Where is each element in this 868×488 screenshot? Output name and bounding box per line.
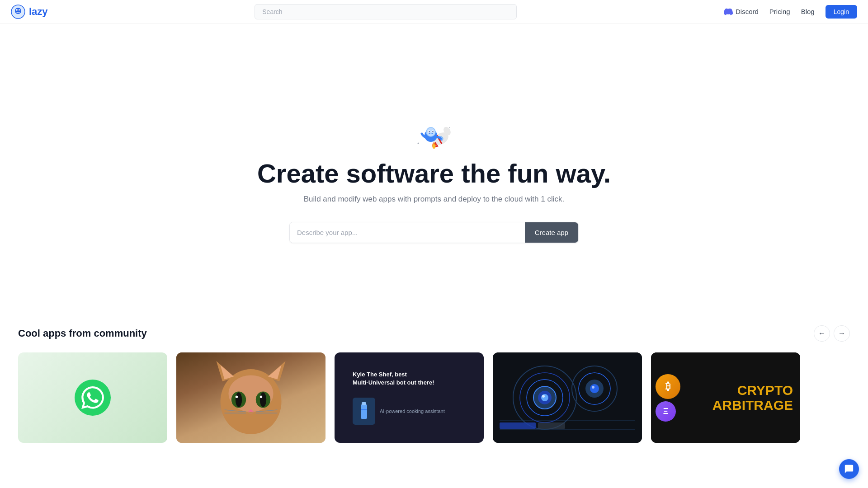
svg-point-49 [542, 395, 545, 398]
svg-point-19 [432, 131, 433, 132]
hero-section: Create software the fun way. Build and m… [0, 0, 868, 325]
svg-point-31 [260, 392, 266, 407]
blog-label: Blog [801, 8, 815, 15]
svg-point-53 [590, 384, 599, 393]
svg-point-48 [541, 394, 548, 401]
svg-point-20 [418, 142, 419, 144]
card-3-title: Kyle The Shef, bestMulti-Universal bot o… [353, 371, 466, 387]
svg-point-5 [19, 9, 20, 10]
carousel-next-button[interactable]: → [834, 325, 850, 342]
lazy-logo-icon [11, 5, 25, 19]
chat-icon [844, 464, 854, 474]
svg-rect-57 [500, 422, 536, 429]
cat-illustration [210, 357, 292, 438]
main-content: Create software the fun way. Build and m… [0, 0, 868, 461]
svg-rect-41 [361, 409, 367, 410]
hero-subtitle: Build and modify web apps with prompts a… [304, 195, 564, 204]
svg-point-33 [260, 396, 262, 398]
community-card-4[interactable] [493, 352, 642, 443]
community-card-5[interactable]: ₿ Ξ CRYPTOARBITRAGE [651, 352, 800, 443]
community-card-3[interactable]: Kyle The Shef, bestMulti-Universal bot o… [335, 352, 484, 443]
svg-point-15 [426, 127, 435, 136]
search-input[interactable] [255, 4, 517, 19]
navbar: lazy Discord Pricing Blog Login [0, 0, 868, 23]
data-viz-illustration [500, 352, 635, 443]
community-section: Cool apps from community ← → [0, 325, 868, 461]
svg-point-21 [449, 127, 450, 128]
app-create-bar: Create app [289, 222, 579, 243]
search-bar [255, 4, 517, 19]
community-header: Cool apps from community ← → [18, 325, 850, 342]
hero-title: Create software the fun way. [257, 159, 611, 188]
pricing-label: Pricing [769, 8, 790, 15]
discord-link[interactable]: Discord [724, 7, 759, 16]
community-card-2[interactable] [176, 352, 326, 443]
svg-rect-58 [538, 422, 565, 429]
logo[interactable]: lazy [11, 5, 48, 19]
blog-link[interactable]: Blog [801, 8, 815, 15]
login-button[interactable]: Login [826, 5, 857, 19]
carousel-controls: ← → [814, 325, 850, 342]
pricing-link[interactable]: Pricing [769, 8, 790, 15]
community-card-1[interactable] [18, 352, 167, 443]
nav-links: Discord Pricing Blog Login [724, 5, 857, 19]
svg-point-30 [236, 392, 242, 407]
logo-text: lazy [29, 6, 48, 18]
svg-point-18 [429, 131, 429, 132]
mascot-illustration [405, 114, 463, 159]
chat-widget[interactable] [839, 459, 859, 479]
discord-icon [724, 7, 733, 16]
community-cards: Kyle The Shef, bestMulti-Universal bot o… [18, 352, 850, 443]
community-title: Cool apps from community [18, 328, 147, 339]
svg-rect-40 [362, 402, 366, 405]
create-app-button[interactable]: Create app [525, 222, 578, 243]
carousel-prev-button[interactable]: ← [814, 325, 830, 342]
bottle-icon [357, 402, 371, 420]
svg-point-12 [433, 144, 435, 149]
crypto-text: CRYPTOARBITRAGE [705, 375, 800, 420]
discord-label: Discord [736, 8, 759, 15]
svg-rect-39 [361, 404, 367, 419]
svg-point-54 [592, 386, 594, 389]
svg-point-4 [17, 9, 18, 10]
app-describe-input[interactable] [290, 222, 525, 243]
svg-point-32 [236, 396, 238, 398]
whatsapp-icon [75, 380, 111, 416]
